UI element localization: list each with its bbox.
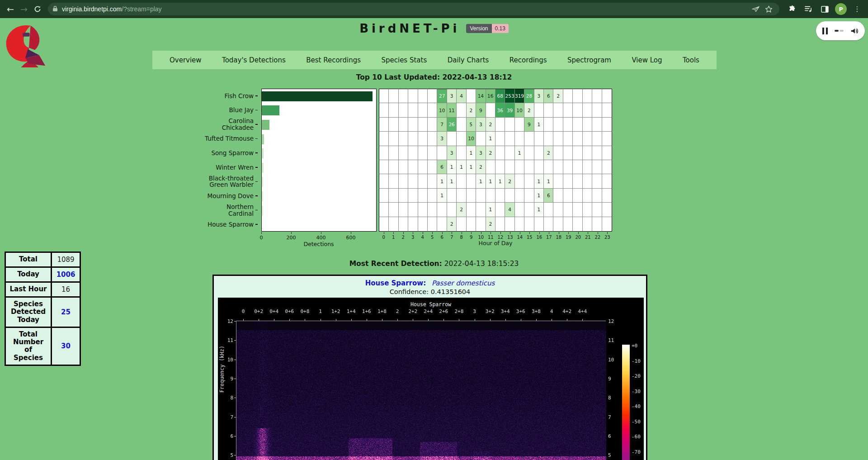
heatmap-cell xyxy=(583,203,592,217)
species-label: Winter Wren xyxy=(145,160,258,175)
hour-tick-label: 23 xyxy=(604,235,610,240)
spectro-y-tick-right: 9 xyxy=(608,375,611,381)
media-controls-icon[interactable] xyxy=(802,2,815,16)
hour-tick-mark xyxy=(568,232,569,234)
heatmap-cell xyxy=(418,174,428,188)
heatmap-cell xyxy=(457,103,466,117)
browser-menu-icon[interactable]: ⋮ xyxy=(850,2,864,16)
heatmap-cell xyxy=(563,217,573,231)
send-icon[interactable] xyxy=(750,3,762,15)
nav-item-species-stats[interactable]: Species Stats xyxy=(381,56,427,64)
hour-tick-mark xyxy=(559,232,559,234)
x-tick-mark xyxy=(261,232,262,234)
reload-icon[interactable] xyxy=(31,2,44,16)
side-panel-icon[interactable] xyxy=(818,2,831,16)
profile-avatar[interactable]: P xyxy=(834,2,848,16)
heatmap-cell xyxy=(389,103,398,117)
heatmap-cell xyxy=(592,203,602,217)
heatmap-cell: 16 xyxy=(486,89,495,103)
heatmap-cell xyxy=(447,203,457,217)
heatmap-cell xyxy=(573,203,582,217)
birdnetpi-page: BirdNET-Pi Version 0.13 OverviewToday's … xyxy=(0,18,868,460)
heatmap-cell xyxy=(379,217,389,231)
x-tick-label: 400 xyxy=(316,235,326,241)
heatmap-cell xyxy=(573,132,582,146)
heatmap-cell xyxy=(428,217,437,231)
stats-row: Today1006 xyxy=(5,267,80,282)
hour-tick-mark xyxy=(510,232,510,234)
heatmap-cell xyxy=(602,217,612,231)
back-icon[interactable]: ← xyxy=(4,2,17,16)
hour-tick-label: 11 xyxy=(488,235,494,240)
main-nav: OverviewToday's DetectionsBest Recording… xyxy=(152,51,717,69)
colorbar-label: -40 xyxy=(632,403,641,409)
heatmap-cell xyxy=(389,132,398,146)
spectro-y-tick-right: 6 xyxy=(608,433,611,439)
heatmap-cell: 2 xyxy=(553,89,563,103)
nav-item-best-recordings[interactable]: Best Recordings xyxy=(306,56,361,64)
heatmap-cell: 2 xyxy=(486,217,495,231)
hour-tick-label: 18 xyxy=(556,235,561,240)
heatmap-cell xyxy=(476,189,486,203)
heatmap-cell: 28 xyxy=(524,89,534,103)
nav-item-today-s-detections[interactable]: Today's Detections xyxy=(222,56,286,64)
spectro-y-tick-right: 5 xyxy=(608,452,611,458)
hour-tick-mark xyxy=(432,232,433,234)
heatmap-cell: 3 xyxy=(437,132,447,146)
heatmap-cell xyxy=(495,189,505,203)
stats-value[interactable]: 30 xyxy=(52,327,80,365)
forward-icon[interactable]: → xyxy=(17,2,31,16)
heatmap-cell xyxy=(505,160,514,174)
bar-3 xyxy=(262,134,264,144)
extensions-icon[interactable] xyxy=(785,2,799,16)
stats-value[interactable]: 25 xyxy=(52,297,80,327)
heatmap-cell xyxy=(457,217,466,231)
heatmap-cell xyxy=(408,132,418,146)
address-bar[interactable]: virginia.birdnetpi.com/?stream=play xyxy=(48,3,779,15)
spectro-x-tick: 3+4 xyxy=(501,308,510,314)
heatmap-cell xyxy=(592,189,602,203)
hour-tick-mark xyxy=(598,232,598,234)
spectro-y-tick-right: 12 xyxy=(608,318,614,324)
detected-species-link[interactable]: House Sparrow: xyxy=(365,279,426,287)
heatmap-cell xyxy=(553,189,563,203)
heatmap-cell xyxy=(399,118,408,132)
heatmap-cell xyxy=(573,217,582,231)
lock-icon xyxy=(52,5,58,14)
hour-tick-mark xyxy=(481,232,481,234)
nav-item-spectrogram[interactable]: Spectrogram xyxy=(567,56,611,64)
heatmap-cell: 3 xyxy=(476,118,486,132)
heatmap-cell xyxy=(515,132,524,146)
nav-item-overview[interactable]: Overview xyxy=(170,56,202,64)
heatmap-cell xyxy=(408,103,418,117)
heatmap-cell xyxy=(408,174,418,188)
nav-item-tools[interactable]: Tools xyxy=(683,56,699,64)
hour-tick-mark xyxy=(462,232,462,234)
heatmap-cell xyxy=(515,217,524,231)
bar-1 xyxy=(262,105,279,115)
heatmap-cell xyxy=(476,203,486,217)
bookmark-star-icon[interactable] xyxy=(762,3,775,15)
heatmap-cell xyxy=(389,217,398,231)
heatmap-cell xyxy=(534,103,544,117)
hour-tick-label: 7 xyxy=(450,235,453,240)
heatmap-cell: 39 xyxy=(505,103,514,117)
nav-item-recordings[interactable]: Recordings xyxy=(509,56,547,64)
heatmap-cell xyxy=(573,174,582,188)
spectro-y-tick-right: 11 xyxy=(608,337,614,343)
spectro-x-tick: 1 xyxy=(319,308,322,314)
heatmap-cell xyxy=(534,146,544,160)
heatmap-cell xyxy=(534,132,544,146)
heatmap-cell: 6 xyxy=(544,89,553,103)
nav-item-view-log[interactable]: View Log xyxy=(632,56,662,64)
bar-7 xyxy=(262,191,263,201)
heatmap-cell xyxy=(573,146,582,160)
stats-value[interactable]: 1006 xyxy=(52,267,80,282)
pause-button[interactable] xyxy=(822,28,828,34)
nav-item-daily-charts[interactable]: Daily Charts xyxy=(448,56,489,64)
hour-tick-label: 12 xyxy=(497,235,503,240)
heatmap-cell xyxy=(418,203,428,217)
volume-icon[interactable] xyxy=(850,27,859,35)
seek-bar[interactable] xyxy=(835,30,844,32)
heatmap-cell xyxy=(418,103,428,117)
